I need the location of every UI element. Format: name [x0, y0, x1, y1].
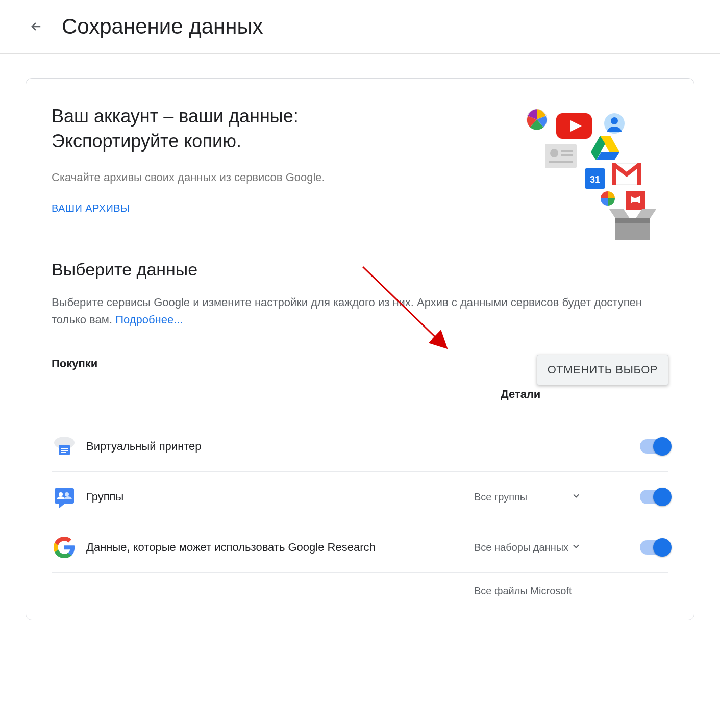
- service-list: Виртуальный принтер Группы: [52, 421, 668, 620]
- svg-rect-9: [549, 161, 573, 163]
- app-header: Сохранение данных: [0, 0, 720, 54]
- service-row-groups: Группы Все группы: [52, 472, 668, 522]
- svg-rect-28: [61, 448, 68, 449]
- service-detail-text: Все наборы данных: [474, 542, 568, 554]
- svg-rect-30: [61, 452, 66, 453]
- service-detail-dropdown[interactable]: Все группы: [474, 491, 591, 504]
- service-detail-text: Все файлы Microsoft: [474, 585, 572, 597]
- select-data-section: Выберите данные Выберите сервисы Google …: [26, 235, 694, 620]
- select-title: Выберите данные: [52, 260, 668, 280]
- intro-title: Ваш аккаунт – ваши данные: Экспортируйте…: [52, 104, 505, 154]
- your-archives-link[interactable]: ВАШИ АРХИВЫ: [52, 203, 130, 214]
- service-icon-placeholder: [52, 585, 77, 611]
- intro-title-line1: Ваш аккаунт – ваши данные:: [52, 106, 299, 127]
- service-detail-dropdown[interactable]: Все файлы Microsoft: [474, 585, 591, 597]
- cloud-print-icon: [52, 434, 77, 459]
- back-arrow-icon[interactable]: [28, 18, 44, 35]
- avatar-icon: [604, 113, 625, 136]
- service-name: Данные, которые может использовать Googl…: [86, 541, 474, 554]
- svg-rect-31: [55, 488, 74, 504]
- service-toggle[interactable]: [640, 540, 668, 555]
- svg-rect-7: [561, 150, 573, 152]
- gmail-icon: [612, 163, 641, 187]
- svg-point-4: [611, 117, 618, 124]
- select-description: Выберите сервисы Google и измените настр…: [52, 294, 668, 329]
- service-row-partial: Все файлы Microsoft: [52, 573, 668, 620]
- svg-point-33: [59, 492, 63, 496]
- intro-text: Ваш аккаунт – ваши данные: Экспортируйте…: [52, 104, 505, 214]
- deselect-all-button[interactable]: ОТМЕНИТЬ ВЫБОР: [537, 355, 668, 385]
- service-name: Виртуальный принтер: [86, 440, 474, 453]
- service-detail-dropdown[interactable]: Все наборы данных: [474, 541, 591, 554]
- service-toggle[interactable]: [640, 490, 668, 504]
- service-toggle[interactable]: [640, 439, 668, 454]
- col-details-header: Детали: [501, 388, 540, 401]
- service-row-cloud-print: Виртуальный принтер: [52, 421, 668, 472]
- groups-icon: [52, 484, 77, 510]
- chevron-down-icon: [571, 491, 581, 504]
- intro-illustration: 31: [505, 104, 668, 214]
- page-title: Сохранение данных: [62, 14, 263, 39]
- svg-rect-23: [615, 218, 650, 223]
- col-product-header: Покупки: [52, 357, 501, 370]
- column-headers: Покупки ОТМЕНИТЬ ВЫБОР Детали: [52, 357, 668, 370]
- service-name: Группы: [86, 490, 474, 504]
- service-detail-text: Все группы: [474, 491, 527, 503]
- svg-point-34: [65, 492, 69, 496]
- main-card: Ваш аккаунт – ваши данные: Экспортируйте…: [26, 78, 694, 620]
- svg-marker-32: [59, 504, 65, 509]
- svg-rect-8: [561, 154, 573, 156]
- calendar-icon: 31: [585, 168, 605, 191]
- svg-marker-22: [636, 209, 656, 218]
- contacts-icon: [545, 144, 577, 171]
- intro-subtitle: Скачайте архивы своих данных из сервисов…: [52, 171, 505, 184]
- service-row-research: Данные, которые может использовать Googl…: [52, 522, 668, 573]
- picasa-icon: [526, 108, 548, 133]
- chevron-down-icon: [571, 541, 581, 554]
- svg-point-6: [550, 149, 558, 157]
- youtube-icon: [556, 113, 592, 141]
- svg-marker-21: [609, 209, 630, 218]
- svg-text:31: 31: [590, 174, 600, 185]
- intro-title-line2: Экспортируйте копию.: [52, 131, 241, 152]
- drive-icon: [591, 136, 619, 163]
- learn-more-link[interactable]: Подробнее...: [115, 313, 183, 326]
- intro-section: Ваш аккаунт – ваши данные: Экспортируйте…: [26, 79, 694, 235]
- svg-rect-29: [61, 450, 68, 451]
- google-g-icon: [52, 535, 77, 560]
